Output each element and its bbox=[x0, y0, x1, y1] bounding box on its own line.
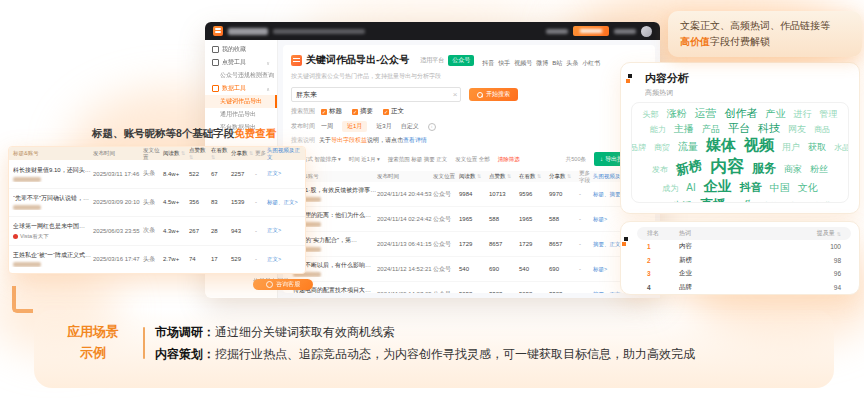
time-option-自定义[interactable]: 自定义 bbox=[401, 122, 419, 131]
results-table: 标题&账号发布时间发文位置阅读数 ⇅点赞数 ⇅在看数 ⇅分享数 ⇅更多字段头图视… bbox=[291, 171, 647, 293]
work-title: 科长接财量值9.10，还回头… bbox=[13, 166, 93, 175]
sidebar-item-数据工具[interactable]: 数据工具∧ bbox=[205, 82, 277, 95]
header-link-blurred[interactable] bbox=[614, 29, 636, 34]
header-orange-button-blurred[interactable] bbox=[573, 26, 609, 36]
content-links[interactable]: 正文> bbox=[267, 256, 305, 263]
info-icon[interactable]: i bbox=[428, 123, 436, 131]
platform-tab-头条[interactable]: 头条 bbox=[566, 60, 578, 66]
cloud-word: 行业 bbox=[814, 200, 832, 203]
user-avatar[interactable] bbox=[641, 26, 652, 37]
content-links[interactable]: 标题、正文> bbox=[267, 199, 305, 206]
search-button[interactable]: 开始搜索 bbox=[469, 88, 518, 101]
platform-tab-微博[interactable]: 微博 bbox=[536, 60, 548, 66]
filter-chip[interactable]: 时间 近1月 ▾ bbox=[349, 156, 380, 163]
clear-input-icon[interactable]: × bbox=[449, 90, 461, 99]
column-header: 点赞数 ⇅ bbox=[189, 147, 211, 160]
cell-position: 头条 bbox=[143, 198, 163, 207]
word-cloud-row: 能力主播产品平台科技网友商品 bbox=[636, 121, 844, 136]
sort-icon[interactable]: ⇅ bbox=[536, 173, 542, 179]
account-name: Vista看天下 bbox=[13, 233, 93, 240]
cell-title: 王姓私企“被”一“阵成正义式… bbox=[9, 251, 93, 267]
detail-link[interactable]: 查看详情 bbox=[403, 137, 427, 143]
filter-chip[interactable]: 搜索范围 标题 摘要 正文 bbox=[388, 156, 448, 163]
cell-metric: 1729 bbox=[459, 241, 489, 247]
cell-metric: 9970 bbox=[549, 191, 579, 197]
doc-export-icon bbox=[291, 55, 302, 66]
sort-icon[interactable]: ⇅ bbox=[476, 173, 482, 179]
cell-metric: 5052 bbox=[519, 291, 549, 293]
platform-tab-B站[interactable]: B站 bbox=[552, 60, 562, 66]
cloud-word: 账号 bbox=[788, 200, 806, 203]
keyword-search-input[interactable] bbox=[291, 87, 461, 102]
platform-tab-抖音[interactable]: 抖音 bbox=[482, 60, 494, 66]
hot-word-ranking-card: 排名 热词 提及量⇅ 1内容1002新榜983企业964品牌94 bbox=[620, 221, 860, 295]
page-title: 关键词作品导出-公众号 bbox=[306, 53, 409, 67]
cell-metric: 17 bbox=[211, 256, 231, 262]
mention-count: 96 bbox=[834, 270, 841, 277]
content-links[interactable]: 正文> bbox=[267, 227, 305, 234]
sort-icon[interactable]: ⇅ bbox=[837, 231, 841, 237]
scope-checkbox-摘要[interactable]: ✓摘要 bbox=[352, 107, 373, 116]
sort-icon[interactable]: ⇅ bbox=[189, 154, 193, 160]
sort-icon[interactable]: ⇅ bbox=[211, 154, 215, 160]
clear-filter-link[interactable]: 清除筛选 bbox=[498, 156, 520, 163]
column-header: 在看数 ⇅ bbox=[519, 173, 549, 180]
cloud-word: 用户 bbox=[782, 141, 800, 154]
scope-label-text: 标题 bbox=[329, 107, 342, 116]
cloud-word: 进行 bbox=[794, 108, 812, 121]
sort-icon[interactable]: ⇅ bbox=[180, 150, 186, 156]
filter-chip[interactable]: 发文位置 全部 bbox=[455, 156, 490, 163]
sidebar-item-公众号违规检测查询[interactable]: 公众号违规检测查询 bbox=[205, 69, 277, 82]
cell-metric: 10713 bbox=[489, 191, 519, 197]
scenario-divider bbox=[143, 327, 145, 359]
table-row: 科长接财量值9.10，还回头…2025/03/11 17:46头条8.4w+52… bbox=[9, 160, 305, 189]
cloud-word: 水晶 bbox=[834, 142, 849, 153]
platform-tab-小红书[interactable]: 小红书 bbox=[582, 60, 600, 66]
customer-service-button[interactable]: 咨询客服 bbox=[253, 279, 313, 290]
word-cloud-row: 品牌商贸流量媒体视频用户获取水晶 bbox=[636, 136, 844, 155]
sidebar-item-我的收藏[interactable]: 我的收藏 bbox=[205, 43, 277, 56]
platform-tab-active[interactable]: 公众号 bbox=[448, 55, 474, 66]
column-header: 发文位置 bbox=[433, 173, 459, 180]
table-row: 反击不断以后，有什么影响…2024/11/12 14:52:21公众号54069… bbox=[291, 257, 647, 282]
sort-icon[interactable]: ⇅ bbox=[566, 173, 572, 179]
cloud-word: 粉丝 bbox=[810, 163, 828, 176]
rights-link[interactable]: 导出字段权益 bbox=[331, 137, 367, 143]
account-label: Vista看天下 bbox=[20, 233, 49, 240]
platform-tab-视频号[interactable]: 视频号 bbox=[514, 60, 532, 66]
sort-icon[interactable]: ⇅ bbox=[248, 150, 254, 156]
free-fields-table: 标题&账号发布时间发文位置阅读数 ⇅点赞数 ⇅在看数 ⇅分享数 ⇅更多头图视频及… bbox=[8, 146, 306, 274]
cell-metric: 356 bbox=[189, 199, 211, 205]
cell-metric: 9596 bbox=[519, 191, 549, 197]
ranking-row: 4品牌94 bbox=[637, 281, 851, 295]
checkbox-checked-icon: ✓ bbox=[321, 109, 327, 115]
cell-publish-time: 2024/11/14 20:44:53 bbox=[377, 191, 433, 197]
time-option-近3月[interactable]: 近3月 bbox=[376, 122, 391, 131]
sidebar-item-点赞工具[interactable]: 点赞工具∨ bbox=[205, 56, 277, 69]
column-header: 头图视频及正文 bbox=[267, 147, 305, 161]
scope-label: 搜索范围 bbox=[291, 107, 321, 116]
table-row: “先辈不平”万回确认说错，…2025/03/09 20:10头条4.5w+356… bbox=[9, 189, 305, 218]
work-title: “先辈不平”万回确认说错，… bbox=[13, 194, 93, 203]
sidebar-item-关键词作品导出[interactable]: 关键词作品导出 bbox=[205, 95, 277, 108]
time-option-一周[interactable]: 一周 bbox=[321, 122, 333, 131]
scope-checkbox-正文[interactable]: ✓正文 bbox=[383, 107, 404, 116]
cell-metric: 1539 bbox=[231, 199, 255, 205]
sort-icon[interactable]: ⇅ bbox=[506, 173, 512, 179]
sidebar-item-通用作品导出[interactable]: 通用作品导出 bbox=[205, 108, 277, 121]
word-cloud-row: 头部涨粉运营创作者产业进行管理 bbox=[636, 106, 844, 121]
cell-position: 头条 bbox=[143, 169, 163, 178]
sidebar-item-label: 我的收藏 bbox=[222, 45, 246, 54]
header-link-blurred[interactable] bbox=[546, 29, 568, 34]
time-option-近1月[interactable]: 近1月 bbox=[342, 121, 367, 132]
cell-metric: 8657 bbox=[549, 241, 579, 247]
scenario-item: 市场调研：通过细分关键词获取有效商机线索 bbox=[155, 321, 695, 343]
cloud-word: 企业 bbox=[704, 178, 732, 196]
platform-tab-快手[interactable]: 快手 bbox=[498, 60, 510, 66]
corner-bracket-decoration bbox=[12, 286, 33, 313]
content-links[interactable]: 正文> bbox=[267, 170, 305, 177]
cloud-word: 新榜 bbox=[674, 156, 704, 180]
time-label: 发布时间 bbox=[291, 122, 321, 131]
scope-checkbox-标题[interactable]: ✓标题 bbox=[321, 107, 342, 116]
account-blurred bbox=[13, 262, 41, 267]
